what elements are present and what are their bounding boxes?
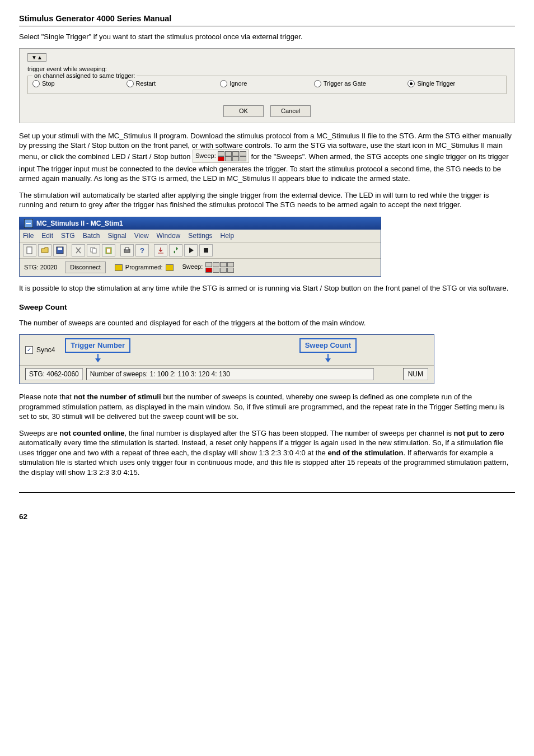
p6a: Please note that xyxy=(19,393,74,401)
svg-rect-0 xyxy=(27,247,32,254)
num-indicator: NUM xyxy=(403,368,428,380)
copy-icon[interactable] xyxy=(87,244,100,256)
ok-button[interactable]: OK xyxy=(223,105,264,117)
radio-ignore-label: Ignore xyxy=(229,80,247,88)
menu-stg[interactable]: STG xyxy=(61,231,75,240)
radio-restart[interactable]: Restart xyxy=(127,80,221,88)
new-icon[interactable] xyxy=(23,244,36,256)
radio-single-label: Single Trigger xyxy=(417,80,455,88)
arrow-down-icon xyxy=(97,354,99,362)
radio-single[interactable]: Single Trigger xyxy=(407,80,502,88)
sweep-count-screenshot: ✓ Sync4 Trigger Number Sweep Count STG: … xyxy=(19,334,434,384)
window-title: MC_Stimulus II - MC_Stim1 xyxy=(36,219,123,228)
collapse-btn[interactable]: ▼▲ xyxy=(27,53,46,62)
p6b: not the number of stimuli xyxy=(74,393,161,401)
menu-settings[interactable]: Settings xyxy=(188,231,212,240)
para-7: Sweeps are not counted online, the final… xyxy=(19,428,515,478)
play-icon[interactable] xyxy=(184,244,198,256)
menu-help[interactable]: Help xyxy=(221,231,235,240)
svg-rect-8 xyxy=(125,248,129,250)
mc-stimulus-screenshot: MC_Stimulus II - MC_Stim1 File Edit STG … xyxy=(19,217,381,277)
para-6: Please note that not the number of stimu… xyxy=(19,392,515,422)
sync-checkbox[interactable]: ✓ Sync4 xyxy=(25,346,55,354)
p7a: Sweeps are xyxy=(19,429,59,437)
status-stg: STG: 20020 xyxy=(24,263,57,272)
para-2: Set up your stimuli with the MC_Stimulus… xyxy=(19,131,515,184)
cancel-button[interactable]: Cancel xyxy=(270,105,311,117)
sweep-inline-icon: Sweep: xyxy=(193,150,249,163)
check-icon: ✓ xyxy=(25,346,33,354)
title-underline xyxy=(19,26,515,26)
menu-bar: File Edit STG Batch Signal View Window S… xyxy=(20,230,381,242)
led-programmed2-icon xyxy=(166,264,174,271)
groupbox: on channel assigned to same trigger: Sto… xyxy=(27,76,507,94)
status-stg-field: STG: 4062-0060 xyxy=(25,368,83,380)
intro-para: Select "Single Trigger" if you want to s… xyxy=(19,32,515,42)
window-titlebar: MC_Stimulus II - MC_Stim1 xyxy=(20,217,381,230)
sync-label: Sync4 xyxy=(36,346,55,354)
callout-trigger-number: Trigger Number xyxy=(65,338,130,353)
stop-icon[interactable] xyxy=(199,244,213,256)
download-icon[interactable] xyxy=(154,244,167,256)
save-icon[interactable] xyxy=(53,244,67,256)
page-title: Stimulus Generator 4000 Series Manual xyxy=(19,13,515,25)
sweep-count-heading: Sweep Count xyxy=(19,302,515,312)
radio-restart-label: Restart xyxy=(136,80,156,88)
svg-rect-6 xyxy=(107,249,110,253)
led-programmed-icon xyxy=(115,264,123,271)
callout-sweep-count: Sweep Count xyxy=(299,338,357,353)
dialog-screenshot: ▼▲ trigger event while sweeping: on chan… xyxy=(19,48,515,123)
status-sweep-label: Sweep: xyxy=(182,264,203,270)
svg-rect-10 xyxy=(204,248,208,253)
sweep-inline-label: Sweep: xyxy=(195,152,216,159)
para-5: The number of sweeps are counted and dis… xyxy=(19,318,515,328)
p7c: , the final number is displayed after th… xyxy=(125,429,454,437)
para-4: It is possible to stop the stimulation a… xyxy=(19,283,515,293)
menu-edit[interactable]: Edit xyxy=(41,231,53,240)
sweep-led-grid[interactable] xyxy=(205,262,234,273)
menu-batch[interactable]: Batch xyxy=(83,231,100,240)
app-icon xyxy=(24,219,33,228)
para-3: The stimulation will automatically be st… xyxy=(19,190,515,210)
p7b: not counted online xyxy=(59,429,124,437)
status-sweeps-field: Number of sweeps: 1: 100 2: 110 3: 120 4… xyxy=(86,368,374,380)
p7f: end of the stimulation xyxy=(327,449,403,457)
menu-signal[interactable]: Signal xyxy=(107,231,126,240)
toolbar: ? xyxy=(20,242,381,259)
arrow-down-icon xyxy=(327,354,329,362)
print-icon[interactable] xyxy=(120,244,134,256)
menu-window[interactable]: Window xyxy=(157,231,181,240)
paste-icon[interactable] xyxy=(102,244,115,256)
open-icon[interactable] xyxy=(38,244,51,256)
radio-gate-label: Trigger as Gate xyxy=(324,80,366,88)
groupbox-legend: on channel assigned to same trigger: xyxy=(32,72,137,80)
p7d: not put to zero xyxy=(454,429,504,437)
radio-ignore[interactable]: Ignore xyxy=(220,80,314,88)
sync-icon[interactable] xyxy=(169,244,182,256)
help-icon[interactable]: ? xyxy=(135,244,149,256)
menu-view[interactable]: View xyxy=(134,231,149,240)
svg-rect-4 xyxy=(92,249,96,253)
status-programmed: Programmed: xyxy=(125,264,163,270)
status-bar: STG: 20020 Disconnect Programmed: Sweep: xyxy=(20,259,381,276)
menu-file[interactable]: File xyxy=(23,231,34,240)
radio-gate[interactable]: Trigger as Gate xyxy=(314,80,408,88)
svg-text:?: ? xyxy=(140,246,144,254)
svg-rect-2 xyxy=(58,248,62,250)
footer-line xyxy=(19,492,515,493)
radio-stop-label: Stop xyxy=(42,80,55,88)
disconnect-button[interactable]: Disconnect xyxy=(65,262,105,273)
radio-stop[interactable]: Stop xyxy=(32,80,127,88)
cut-icon[interactable] xyxy=(72,244,85,256)
page-number: 62 xyxy=(19,512,515,522)
